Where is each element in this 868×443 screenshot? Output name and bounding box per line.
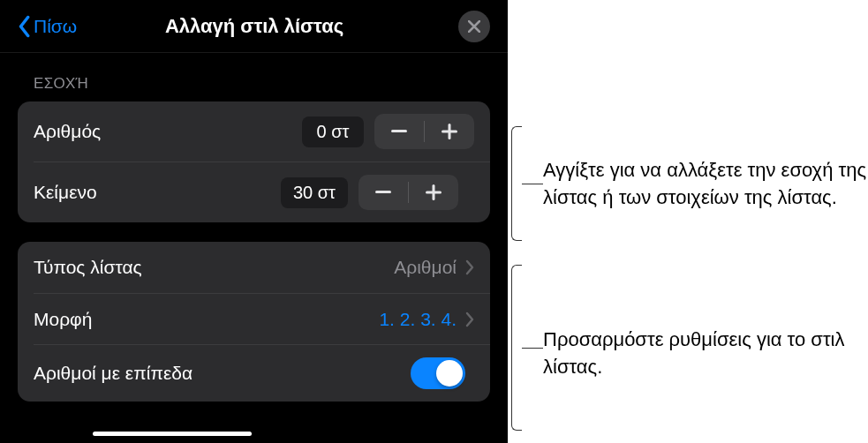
chevron-left-icon: [18, 15, 30, 38]
header-bar: Πίσω Αλλαγή στιλ λίστας: [0, 0, 508, 53]
callout-bracket: [511, 265, 522, 431]
settings-panel: Πίσω Αλλαγή στιλ λίστας ΕΣΟΧΉ Αριθμός 0 …: [0, 0, 508, 443]
text-increment[interactable]: [409, 175, 458, 210]
text-indent-row: Κείμενο 30 στ: [34, 161, 490, 222]
format-label: Μορφή: [34, 309, 379, 330]
text-stepper: [359, 175, 458, 210]
list-type-detail: Αριθμοί: [394, 257, 457, 278]
annotation-style: Προσαρμόστε ρυθμίσεις για το στιλ λίστας…: [543, 327, 868, 381]
list-type-label: Τύπος λίστας: [34, 257, 394, 278]
number-value[interactable]: 0 στ: [302, 116, 364, 147]
plus-icon: [442, 124, 457, 139]
tiered-numbers-row: Αριθμοί με επίπεδα: [34, 344, 490, 402]
text-label: Κείμενο: [34, 182, 281, 203]
number-label: Αριθμός: [34, 121, 302, 142]
chevron-right-icon: [465, 312, 474, 327]
tiered-label: Αριθμοί με επίπεδα: [34, 363, 411, 384]
number-indent-row: Αριθμός 0 στ: [18, 101, 490, 161]
page-title: Αλλαγή στιλ λίστας: [50, 15, 458, 38]
svg-rect-3: [375, 191, 391, 193]
indent-group: Αριθμός 0 στ Κείμενο 30 στ: [18, 101, 490, 222]
style-group: Τύπος λίστας Αριθμοί Μορφή 1. 2. 3. 4. Α…: [18, 242, 490, 402]
annotation-area: Αγγίξτε για να αλλάξετε την εσοχή της λί…: [508, 0, 868, 443]
home-indicator: [93, 432, 252, 436]
format-detail: 1. 2. 3. 4.: [379, 309, 457, 330]
callout-bracket: [511, 126, 522, 241]
list-type-row[interactable]: Τύπος λίστας Αριθμοί: [18, 242, 490, 293]
indent-section-header: ΕΣΟΧΉ: [0, 53, 508, 101]
number-increment[interactable]: [425, 114, 474, 149]
text-value[interactable]: 30 στ: [281, 177, 348, 208]
svg-rect-2: [442, 131, 457, 133]
number-decrement[interactable]: [374, 114, 424, 149]
text-decrement[interactable]: [359, 175, 408, 210]
format-row[interactable]: Μορφή 1. 2. 3. 4.: [34, 293, 490, 344]
svg-rect-0: [391, 130, 407, 132]
plus-icon: [426, 184, 442, 200]
number-stepper: [374, 114, 474, 149]
toggle-knob: [436, 360, 463, 387]
close-button[interactable]: [458, 11, 490, 42]
tiered-toggle[interactable]: [411, 357, 465, 389]
chevron-right-icon: [465, 259, 474, 275]
svg-rect-5: [426, 191, 442, 194]
minus-icon: [391, 130, 407, 133]
minus-icon: [375, 191, 391, 194]
annotation-indent: Αγγίξτε για να αλλάξετε την εσοχή της λί…: [543, 157, 868, 212]
close-icon: [468, 20, 480, 33]
